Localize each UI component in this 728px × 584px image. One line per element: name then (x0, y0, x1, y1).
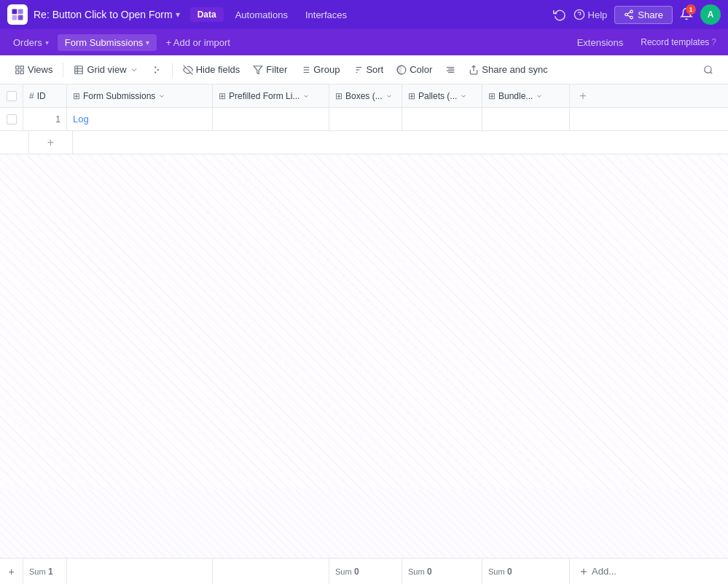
customize-fields-button[interactable] (146, 62, 168, 78)
svg-point-20 (157, 69, 158, 70)
help-button[interactable]: Help (574, 9, 608, 20)
svg-point-19 (154, 66, 155, 67)
form-submissions-tab-chevron-icon: ▾ (146, 39, 149, 47)
grid-header: # ID ⊞ Form Submissions ⊞ Prefilled Form… (0, 84, 728, 108)
page-title: Re: Button Click to Open Form ▾ (34, 9, 180, 20)
svg-marker-23 (254, 66, 263, 74)
divider-1 (63, 63, 63, 77)
add-field-button[interactable]: + (570, 84, 596, 107)
search-button[interactable] (697, 62, 719, 78)
second-nav: Orders ▾ Form Submissions ▾ + Add or imp… (0, 29, 728, 55)
add-row-plus[interactable]: + (29, 131, 73, 154)
search-icon (703, 65, 713, 75)
col-header-id[interactable]: # ID (23, 84, 67, 107)
sort-button[interactable]: Sort (347, 61, 389, 78)
col-chevron-bundle-icon (536, 92, 543, 100)
col-chevron-boxes-icon (385, 92, 393, 100)
svg-rect-14 (20, 71, 23, 74)
top-nav: Re: Button Click to Open Form ▾ Data Aut… (0, 0, 728, 29)
prefilled-col-icon: ⊞ (219, 91, 226, 101)
tab-form-submissions[interactable]: Form Submissions ▾ (58, 34, 157, 51)
svg-line-9 (627, 15, 630, 17)
bundle-col-icon: ⊞ (488, 91, 496, 101)
tab-automations[interactable]: Automations (230, 7, 294, 23)
svg-rect-1 (18, 9, 23, 15)
cell-bundle[interactable] (482, 108, 570, 130)
col-header-prefilled[interactable]: ⊞ Prefilled Form Li... (213, 84, 329, 107)
svg-point-21 (154, 71, 155, 72)
share-button[interactable]: Share (614, 6, 673, 24)
footer-id-sum: Sum 1 (23, 559, 67, 584)
svg-point-8 (630, 16, 633, 19)
svg-rect-3 (18, 15, 23, 20)
svg-rect-15 (75, 66, 83, 74)
tab-data[interactable]: Data (190, 7, 224, 22)
footer-bundle: Sum 0 (482, 559, 570, 584)
col-header-bundle[interactable]: ⊞ Bundle... (482, 84, 570, 107)
cell-boxes[interactable] (329, 108, 402, 130)
col-header-boxes[interactable]: ⊞ Boxes (... (329, 84, 402, 107)
tab-interfaces[interactable]: Interfaces (300, 7, 353, 23)
boxes-col-icon: ⊞ (335, 91, 343, 101)
svg-point-39 (705, 66, 711, 72)
empty-grid-area (0, 154, 728, 489)
header-checkbox[interactable] (0, 84, 23, 107)
add-or-import-button[interactable]: + Add or import (158, 34, 238, 51)
footer-add-button[interactable]: + (0, 559, 23, 584)
row-number: 1 (23, 108, 67, 130)
grid-view-button[interactable]: Grid view (68, 61, 144, 78)
svg-line-10 (627, 12, 630, 14)
second-nav-right: Extensions Record templates ? (571, 34, 722, 51)
add-row: + (0, 131, 728, 154)
app-logo[interactable] (7, 4, 28, 25)
cell-pallets[interactable] (402, 108, 482, 130)
toolbar: Views Grid view Hide fields Filter Group… (0, 55, 728, 84)
orders-tab-chevron-icon: ▾ (45, 39, 49, 47)
notification-badge: 1 (686, 4, 696, 15)
footer-pallets: Sum 0 (402, 559, 482, 584)
svg-point-7 (625, 13, 628, 16)
col-chevron-prefilled-icon (302, 92, 310, 100)
hide-fields-button[interactable]: Hide fields (177, 61, 246, 78)
svg-rect-12 (20, 66, 23, 68)
svg-rect-11 (16, 66, 19, 68)
grid-body: 1 Log + (0, 108, 728, 558)
table-row[interactable]: 1 Log (0, 108, 728, 131)
record-templates-button[interactable]: Record templates ? (635, 34, 722, 50)
svg-rect-0 (12, 9, 17, 15)
svg-line-40 (711, 71, 713, 74)
grid-footer: + Sum 1 Sum 0 Sum 0 Sum 0 Add... (0, 558, 728, 584)
grid-view-chevron-icon (130, 66, 138, 74)
row-height-button[interactable] (439, 62, 461, 78)
add-field-icon (579, 567, 589, 577)
footer-prefilled (213, 559, 329, 584)
avatar[interactable]: A (700, 4, 721, 25)
divider-2 (172, 63, 173, 77)
svg-rect-2 (12, 15, 17, 20)
svg-rect-13 (16, 71, 19, 74)
top-nav-right: Help Share 1 A (553, 4, 721, 25)
col-chevron-pallets-icon (460, 92, 467, 100)
col-header-pallets[interactable]: ⊞ Pallets (... (402, 84, 482, 107)
col-chevron-icon (158, 92, 165, 100)
footer-form-sub (67, 559, 213, 584)
share-and-sync-button[interactable]: Share and sync (463, 61, 553, 78)
extensions-button[interactable]: Extensions (571, 34, 630, 51)
form-sub-col-icon: ⊞ (73, 91, 80, 101)
history-button[interactable] (553, 8, 566, 21)
add-field-footer-button[interactable]: Add... (570, 566, 625, 577)
notification-button[interactable]: 1 (680, 7, 693, 23)
pallets-col-icon: ⊞ (408, 91, 415, 101)
group-button[interactable]: Group (294, 61, 345, 78)
cell-prefilled[interactable] (213, 108, 329, 130)
views-button[interactable]: Views (9, 61, 58, 78)
cell-form-submissions[interactable]: Log (67, 108, 213, 130)
footer-boxes: Sum 0 (329, 559, 402, 584)
col-header-form-submissions[interactable]: ⊞ Form Submissions (67, 84, 213, 107)
filter-button[interactable]: Filter (247, 61, 293, 78)
svg-point-6 (630, 10, 633, 12)
tab-orders[interactable]: Orders ▾ (6, 34, 56, 51)
title-chevron-icon[interactable]: ▾ (176, 9, 180, 20)
color-button[interactable]: Color (391, 61, 438, 78)
help-label: Help (588, 9, 608, 20)
